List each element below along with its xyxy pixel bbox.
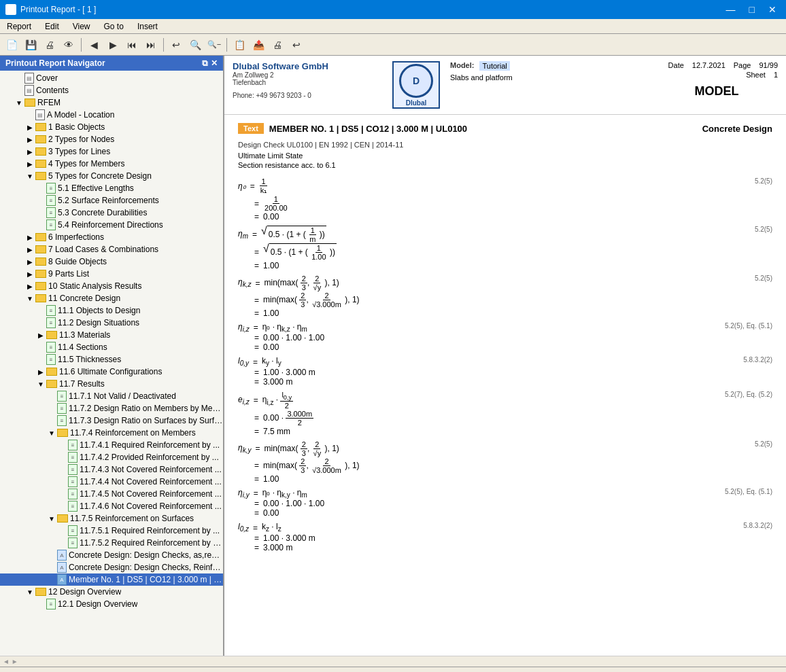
tree-item-5-4[interactable]: ≡ 5.4 Reinforcement Directions bbox=[0, 219, 223, 231]
first-button[interactable]: ⏮ bbox=[123, 36, 141, 54]
tree-item-11-4[interactable]: ≡ 11.4 Sections bbox=[0, 341, 223, 353]
back-button[interactable]: ↩ bbox=[167, 36, 185, 54]
dlubal-logo: D Dlubal bbox=[392, 61, 440, 109]
menu-goto[interactable]: Go to bbox=[97, 20, 131, 33]
tree-item-11-7-1[interactable]: ≡ 11.7.1 Not Valid / Deactivated bbox=[0, 390, 223, 402]
doc-11-1-icon: ≡ bbox=[46, 305, 56, 316]
member-title: MEMBER NO. 1 | DS5 | CO12 | 3.000 M | UL… bbox=[269, 124, 467, 134]
tree-item-11-7-4-3[interactable]: ≡ 11.7.4.3 Not Covered Reinforcement ... bbox=[0, 463, 223, 476]
toggle-9: ▶ bbox=[24, 268, 35, 279]
print-button[interactable]: 🖨 bbox=[41, 36, 58, 54]
tree-item-11-7-4[interactable]: ▼ 11.7.4 Reinforcement on Members bbox=[0, 427, 223, 439]
tree-item-11-2[interactable]: ≡ 11.2 Design Situations bbox=[0, 317, 223, 329]
tree-item-11-3[interactable]: ▶ 11.3 Materials bbox=[0, 329, 223, 341]
tree-item-11-7-3[interactable]: ≡ 11.7.3 Design Ratio on Surfaces by Sur… bbox=[0, 414, 223, 427]
tree-item-10[interactable]: ▶ 10 Static Analysis Results bbox=[0, 280, 223, 292]
tree-item-11-7-4-6[interactable]: ≡ 11.7.4.6 Not Covered Reinforcement ... bbox=[0, 500, 223, 512]
item-11-5-label: 11.5 Thicknesses bbox=[58, 355, 121, 364]
tree-item-11-7-5[interactable]: ▼ 11.7.5 Reinforcement on Surfaces bbox=[0, 512, 223, 525]
toggle-11-7-4: ▼ bbox=[46, 427, 57, 438]
tree-item-11-7-5-1[interactable]: ≡ 11.7.5.1 Required Reinforcement by ... bbox=[0, 525, 223, 537]
panel-restore-button[interactable]: ⧉ bbox=[202, 58, 208, 68]
eq-eta0-content: η₀ = 1 k₁ = bbox=[238, 177, 442, 222]
folder-11-6-icon bbox=[46, 368, 57, 376]
tree-item-concrete-checks-2[interactable]: A Concrete Design: Design Checks, Reinfo… bbox=[0, 561, 223, 573]
eq-eiz-var: ei,z bbox=[238, 395, 250, 406]
tree-item-4[interactable]: ▶ 4 Types for Members bbox=[0, 158, 223, 170]
model-label: A Model - Location bbox=[47, 110, 114, 120]
item-11-4-label: 11.4 Sections bbox=[58, 342, 107, 352]
item-11-7-4-1-label: 11.7.4.1 Required Reinforcement by ... bbox=[80, 440, 220, 450]
tree-item-rfem[interactable]: ▼ RFEM bbox=[0, 96, 223, 109]
copy-button[interactable]: 📋 bbox=[230, 36, 248, 54]
menu-edit[interactable]: Edit bbox=[38, 20, 66, 33]
folder-9-icon bbox=[35, 270, 46, 278]
eq-etam-var: ηm bbox=[238, 229, 248, 240]
tree-item-5-1[interactable]: ≡ 5.1 Effective Lengths bbox=[0, 182, 223, 194]
save-button[interactable]: 💾 bbox=[22, 36, 39, 54]
menu-report[interactable]: Report bbox=[0, 20, 38, 33]
tree-item-11-1[interactable]: ≡ 11.1 Objects to Design bbox=[0, 304, 223, 317]
export-button[interactable]: 📤 bbox=[250, 36, 267, 54]
preview-button[interactable]: 👁 bbox=[60, 36, 78, 54]
tree-item-member-1[interactable]: A Member No. 1 | DS5 | CO12 | 3.000 m | … bbox=[0, 573, 223, 586]
toggle-11-7-4-5 bbox=[57, 489, 68, 499]
tree-item-9[interactable]: ▶ 9 Parts List bbox=[0, 268, 223, 280]
undo-button[interactable]: ↩ bbox=[288, 36, 305, 54]
tree-item-6[interactable]: ▶ 6 Imperfections bbox=[0, 231, 223, 243]
tree-item-11-7-5-2[interactable]: ≡ 11.7.5.2 Required Reinforcement by S..… bbox=[0, 537, 223, 549]
last-button[interactable]: ⏭ bbox=[142, 36, 160, 54]
equations-block: η₀ = 1 k₁ = bbox=[238, 177, 772, 552]
tree-item-3[interactable]: ▶ 3 Types for Lines bbox=[0, 145, 223, 158]
minimize-button[interactable]: — bbox=[722, 3, 740, 16]
tree-item-12-1[interactable]: ≡ 12.1 Design Overview bbox=[0, 598, 223, 610]
zoom-out-button[interactable]: 🔍− bbox=[205, 36, 223, 54]
maximize-button[interactable]: □ bbox=[745, 3, 759, 16]
tree-item-11-5[interactable]: ≡ 11.5 Thicknesses bbox=[0, 353, 223, 366]
tree-item-5-2[interactable]: ≡ 5.2 Surface Reinforcements bbox=[0, 194, 223, 207]
panel-close-button[interactable]: ✕ bbox=[211, 58, 218, 68]
eq-etakz-op3: = bbox=[254, 308, 259, 318]
eq-l0z-op3: = bbox=[254, 543, 259, 552]
tree-item-11[interactable]: ▼ 11 Concrete Design bbox=[0, 292, 223, 304]
toggle-11-4 bbox=[35, 342, 46, 353]
tree-item-11-7-4-4[interactable]: ≡ 11.7.4.4 Not Covered Reinforcement ... bbox=[0, 476, 223, 488]
next-button[interactable]: ▶ bbox=[104, 36, 122, 54]
eq-eta0-frac: 1 k₁ bbox=[259, 177, 269, 195]
tree-item-model[interactable]: ▤ A Model - Location bbox=[0, 109, 223, 121]
tree-item-2[interactable]: ▶ 2 Types for Nodes bbox=[0, 133, 223, 145]
tree-item-5[interactable]: ▼ 5 Types for Concrete Design bbox=[0, 170, 223, 182]
tree-item-concrete-checks-1[interactable]: A Concrete Design: Design Checks, as,req… bbox=[0, 549, 223, 561]
toggle-5: ▼ bbox=[24, 171, 35, 181]
tree-item-7[interactable]: ▶ 7 Load Cases & Combinations bbox=[0, 243, 223, 255]
tree-item-cover[interactable]: ▤ Cover bbox=[0, 72, 223, 84]
new-button[interactable]: 📄 bbox=[3, 36, 20, 54]
print2-button[interactable]: 🖨 bbox=[269, 36, 286, 54]
tree-item-12[interactable]: ▼ 12 Design Overview bbox=[0, 586, 223, 598]
menu-insert[interactable]: Insert bbox=[131, 20, 165, 33]
toggle-11-7-2 bbox=[46, 403, 57, 414]
tree-item-11-7-4-1[interactable]: ≡ 11.7.4.1 Required Reinforcement by ... bbox=[0, 439, 223, 451]
close-button[interactable]: ✕ bbox=[764, 3, 781, 16]
tree-item-11-7-4-2[interactable]: ≡ 11.7.4.2 Provided Reinforcement by ... bbox=[0, 451, 223, 463]
eq-eiz-ref: 5.2(7), Eq. (5.2) bbox=[718, 391, 772, 398]
tree-item-1[interactable]: ▶ 1 Basic Objects bbox=[0, 121, 223, 133]
tree-item-5-3[interactable]: ≡ 5.3 Concrete Durabilities bbox=[0, 207, 223, 219]
horizontal-scrollbar[interactable]: ◄ ► bbox=[0, 656, 786, 667]
eq-l0y-row2: = 1.00 · 3.000 m bbox=[254, 368, 442, 377]
tree-item-contents[interactable]: ▤ Contents bbox=[0, 84, 223, 96]
toggle-11-7-1 bbox=[46, 391, 57, 402]
zoom-in-button[interactable]: 🔍 bbox=[186, 36, 204, 54]
eq-etaiy-content: ηi,y = η₀ · ηk,y · ηm = 0.00 · 1.00 · 1.… bbox=[238, 488, 442, 518]
prev-button[interactable]: ◀ bbox=[85, 36, 103, 54]
tree-item-11-7[interactable]: ▼ 11.7 Results bbox=[0, 378, 223, 390]
item-11-7-1-label: 11.7.1 Not Valid / Deactivated bbox=[69, 391, 176, 401]
toggle-11-6: ▶ bbox=[35, 366, 46, 377]
tree-item-11-7-2[interactable]: ≡ 11.7.2 Design Ratio on Members by Memb… bbox=[0, 402, 223, 414]
item-5-1-label: 5.1 Effective Lengths bbox=[58, 183, 134, 193]
tree-item-11-6[interactable]: ▶ 11.6 Ultimate Configurations bbox=[0, 366, 223, 378]
tree-item-8[interactable]: ▶ 8 Guide Objects bbox=[0, 255, 223, 268]
menu-view[interactable]: View bbox=[66, 20, 97, 33]
item-11-7-4-label: 11.7.4 Reinforcement on Members bbox=[70, 428, 196, 438]
tree-item-11-7-4-5[interactable]: ≡ 11.7.4.5 Not Covered Reinforcement ... bbox=[0, 488, 223, 500]
